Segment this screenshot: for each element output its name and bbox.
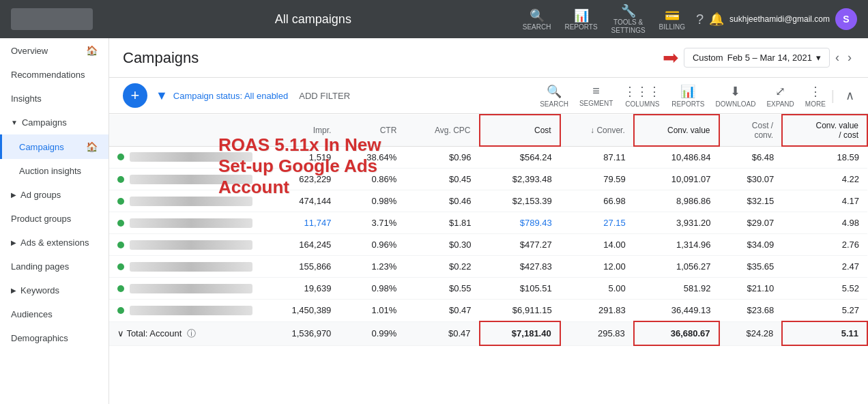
logo xyxy=(11,8,93,30)
expand-icon: ⤢ xyxy=(775,84,785,99)
date-range-button[interactable]: Custom Feb 5 – Mar 14, 2021 ▾ xyxy=(684,48,830,68)
search-nav-icon[interactable]: 🔍 SEARCH xyxy=(523,8,551,31)
cell-convvaluecost: 4.22 xyxy=(782,169,867,190)
campaign-name-blur[interactable] xyxy=(130,284,252,293)
toolbar-columns-button[interactable]: ⋮⋮⋮ COLUMNS xyxy=(624,84,661,108)
status-dot xyxy=(117,263,124,270)
status-dot xyxy=(117,220,124,227)
campaign-name-blur[interactable] xyxy=(130,175,252,184)
campaign-name-cell xyxy=(109,278,261,300)
sidebar-item-campaigns[interactable]: Campaigns 🏠 xyxy=(0,134,108,159)
sidebar-item-landing-pages[interactable]: Landing pages xyxy=(0,255,108,278)
active-indicator xyxy=(0,134,2,159)
total-costconv: $24.28 xyxy=(719,321,783,345)
sidebar-item-product-groups[interactable]: Product groups xyxy=(0,207,108,231)
cell-costconv: $32.15 xyxy=(719,190,783,212)
cell-cost[interactable]: $789.43 xyxy=(480,212,560,234)
add-button[interactable]: + xyxy=(123,83,147,108)
home-icon: 🏠 xyxy=(86,45,98,56)
cell-avgcpc: $0.46 xyxy=(405,190,479,212)
billing-nav-icon[interactable]: 💳 BILLING xyxy=(659,8,685,31)
cell-conver: 291.83 xyxy=(560,300,634,322)
status-dot xyxy=(117,198,124,205)
campaign-name-blur[interactable] xyxy=(130,218,252,228)
cell-convvaluecost: 4.17 xyxy=(782,190,867,212)
sidebar-item-recommendations[interactable]: Recommendations xyxy=(0,63,108,87)
table-row: 164,2450.96%$0.30$477.2714.001,314.96$34… xyxy=(109,234,867,256)
table-header-row: Impr. CTR Avg. CPC Cost ↓ Conver. Conv. … xyxy=(109,115,867,146)
toolbar-segment-button[interactable]: ≡ SEGMENT xyxy=(579,84,613,107)
top-navigation: All campaigns 🔍 SEARCH 📊 REPORTS 🔧 TOOLS… xyxy=(0,0,868,38)
col-costconv: Cost /conv. xyxy=(719,115,783,146)
toolbar: + ▼ Campaign status: All enabled ADD FIL… xyxy=(109,78,868,114)
cell-avgcpc: $0.30 xyxy=(405,234,479,256)
content-title: Campaigns xyxy=(123,49,663,67)
cell-impr: 1,519 xyxy=(261,146,339,169)
toolbar-download-button[interactable]: ⬇ DOWNLOAD xyxy=(716,84,756,108)
cell-convvaluecost: 5.27 xyxy=(782,300,867,322)
total-conver: 295.83 xyxy=(560,321,634,345)
total-avgcpc: $0.47 xyxy=(405,321,479,345)
toolbar-expand-button[interactable]: ⤢ EXPAND xyxy=(766,84,794,108)
toolbar-reports-button[interactable]: 📊 REPORTS xyxy=(671,84,704,108)
col-name xyxy=(109,115,261,146)
campaign-name-cell xyxy=(109,146,261,169)
sidebar-section-keywords[interactable]: ▶ Keywords xyxy=(0,278,108,302)
total-label: ∨ Total: Account ⓘ xyxy=(109,321,261,345)
sidebar-item-auction-insights[interactable]: Auction insights xyxy=(0,159,108,183)
help-icon[interactable]: ? xyxy=(696,12,704,27)
campaign-name-blur[interactable] xyxy=(130,197,252,206)
sidebar-item-insights[interactable]: Insights xyxy=(0,87,108,111)
toolbar-search-button[interactable]: 🔍 SEARCH xyxy=(540,84,568,108)
cell-convvaluecost: 4.98 xyxy=(782,212,867,234)
sidebar-section-ads-extensions[interactable]: ▶ Ads & extensions xyxy=(0,231,108,255)
chevron-right-icon: ▶ xyxy=(11,191,16,199)
sidebar-item-demographics[interactable]: Demographics xyxy=(0,326,108,350)
cell-conver: 12.00 xyxy=(560,256,634,278)
sidebar-item-overview[interactable]: Overview 🏠 xyxy=(0,38,108,63)
add-filter-button[interactable]: ADD FILTER xyxy=(299,91,350,101)
table-row: 19,6390.98%$0.55$105.515.00581.92$21.105… xyxy=(109,278,867,300)
cell-conver[interactable]: 27.15 xyxy=(560,212,634,234)
cell-convvaluecost: 5.52 xyxy=(782,278,867,300)
tools-settings-nav-icon[interactable]: 🔧 TOOLS &SETTINGS xyxy=(611,3,646,35)
campaign-name-cell xyxy=(109,300,261,322)
chevron-down-icon: ▼ xyxy=(11,119,18,126)
campaign-name-cell xyxy=(109,234,261,256)
cell-conver: 66.98 xyxy=(560,190,634,212)
toolbar-collapse-button[interactable]: ∧ xyxy=(845,88,854,103)
notifications-icon[interactable]: 🔔 xyxy=(709,12,724,27)
date-prev-icon[interactable]: ‹ xyxy=(833,48,842,68)
cell-ctr: 1.23% xyxy=(339,256,405,278)
cell-costconv: $23.68 xyxy=(719,300,783,322)
sidebar-section-campaigns[interactable]: ▼ Campaigns xyxy=(0,111,108,134)
campaign-name-blur[interactable] xyxy=(130,262,252,272)
cell-convvaluecost: 2.47 xyxy=(782,256,867,278)
segment-icon: ≡ xyxy=(592,84,600,98)
cell-convvalue: 10,091.07 xyxy=(634,169,719,190)
status-dot xyxy=(117,176,124,183)
total-row: ∨ Total: Account ⓘ 1,536,970 0.99% $0.47… xyxy=(109,321,867,345)
cell-conver: 79.59 xyxy=(560,169,634,190)
avatar[interactable]: S xyxy=(835,8,857,30)
total-info-icon: ⓘ xyxy=(187,328,196,338)
filter-status[interactable]: Campaign status: All enabled xyxy=(173,91,288,101)
campaign-name-blur[interactable] xyxy=(130,152,252,162)
status-dot xyxy=(117,242,124,248)
user-email[interactable]: sukhjeethamidi@gmail.com xyxy=(729,14,830,24)
sidebar-section-ad-groups[interactable]: ▶ Ad groups xyxy=(0,183,108,207)
campaign-name-blur[interactable] xyxy=(130,306,252,315)
content-header: Campaigns ➡ Custom Feb 5 – Mar 14, 2021 … xyxy=(109,38,868,78)
col-cost: Cost xyxy=(480,115,560,146)
date-next-icon[interactable]: › xyxy=(845,48,854,68)
campaign-name-cell xyxy=(109,256,261,278)
campaign-name-blur[interactable] xyxy=(130,240,252,250)
table-area: ROAS 5.11x In New Set-up Google Ads Acco… xyxy=(109,114,868,404)
toolbar-more-button[interactable]: ⋮ MORE xyxy=(805,84,826,108)
filter-icon[interactable]: ▼ xyxy=(156,89,168,103)
status-dot xyxy=(117,307,124,314)
sidebar-item-audiences[interactable]: Audiences xyxy=(0,302,108,326)
cell-impr[interactable]: 11,747 xyxy=(261,212,339,234)
cell-ctr: 3.71% xyxy=(339,212,405,234)
reports-nav-icon[interactable]: 📊 REPORTS xyxy=(564,8,597,31)
